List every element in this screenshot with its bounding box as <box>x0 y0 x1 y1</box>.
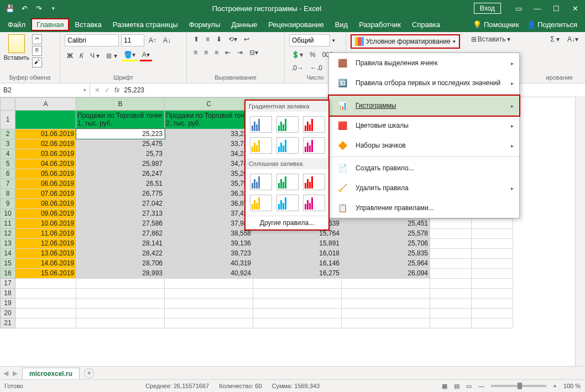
format-painter-icon[interactable]: 🖌 <box>32 58 42 67</box>
dec-decimal-icon[interactable]: ←.0 <box>308 63 325 73</box>
conditional-formatting-button[interactable]: Условное форматирование▾ <box>351 34 460 49</box>
databar-solid-purple[interactable] <box>303 195 325 211</box>
cell-value[interactable]: 26,247 <box>76 169 165 179</box>
cell-value[interactable]: 16,275 <box>253 268 342 278</box>
ribbon-options-icon[interactable]: ▭ <box>512 2 525 15</box>
databar-solid-red[interactable] <box>303 174 325 190</box>
font-color-button[interactable]: A▾ <box>140 50 152 61</box>
zoom-slider[interactable] <box>491 385 546 387</box>
minimize-icon[interactable]: — <box>531 2 544 15</box>
cell-value[interactable]: 38,558 <box>165 228 253 238</box>
align-left-icon[interactable]: ≡ <box>191 48 200 58</box>
orientation-icon[interactable]: ⟲▾ <box>226 34 239 44</box>
tab-developer[interactable]: Разработчик <box>353 18 406 31</box>
align-center-icon[interactable]: ≡ <box>202 48 210 58</box>
cell-value[interactable]: 27,313 <box>76 208 165 218</box>
cell-value[interactable]: 39,723 <box>165 248 253 258</box>
cell-value[interactable]: 36,329 <box>165 189 253 198</box>
databar-solid-green[interactable] <box>276 174 299 190</box>
bold-button[interactable]: Ж <box>65 51 75 61</box>
redo-icon[interactable]: ↷ <box>32 2 45 15</box>
name-box[interactable]: B2▾ <box>0 83 90 97</box>
paste-button[interactable]: Вставить <box>4 34 29 61</box>
decrease-font-icon[interactable]: A↓ <box>161 35 173 45</box>
cell-value[interactable]: 35,263 <box>165 169 253 179</box>
cell-value[interactable]: 16,146 <box>253 258 342 268</box>
tab-formulas[interactable]: Формулы <box>184 18 226 31</box>
save-icon[interactable]: 💾 <box>3 2 17 15</box>
cell-date[interactable]: 10.06.2019 <box>15 218 76 228</box>
zoom-out-icon[interactable]: — <box>478 383 484 389</box>
tab-help[interactable]: Справка <box>406 18 446 31</box>
databar-more-rules[interactable]: Другие правила... <box>246 216 328 229</box>
cell-value[interactable]: 26,51 <box>76 179 165 189</box>
cell-value[interactable]: 25,223 <box>76 129 165 139</box>
cell-value[interactable]: 28,422 <box>76 248 165 258</box>
cell-value[interactable]: 16,018 <box>253 248 342 258</box>
currency-icon[interactable]: 💲▾ <box>289 50 305 60</box>
cell-date[interactable]: 14.06.2019 <box>15 258 76 268</box>
autosum-icon[interactable]: Σ ▾ <box>548 34 562 44</box>
cell-value[interactable]: 25,73 <box>76 149 165 159</box>
tab-nav-prev-icon[interactable]: ◀ <box>3 369 8 377</box>
assistant-link[interactable]: 💡 Помощник <box>473 20 519 29</box>
cell-value[interactable]: 25,987 <box>76 159 165 169</box>
databar-gradient-blue[interactable] <box>250 116 272 133</box>
cell-date[interactable]: 12.06.2019 <box>15 238 76 248</box>
cell-value[interactable]: 34,228 <box>165 149 253 159</box>
menu-new-rule[interactable]: 📄Создать правило... <box>329 158 519 178</box>
menu-top-bottom-rules[interactable]: 🔟Правила отбора первых и последних значе… <box>329 73 519 93</box>
percent-icon[interactable]: % <box>307 50 318 60</box>
cell-date[interactable]: 15.06.2019 <box>15 268 76 278</box>
login-button[interactable]: Вход <box>474 3 501 14</box>
menu-data-bars[interactable]: 📊Гистограммы <box>329 96 519 116</box>
close-icon[interactable]: ✕ <box>568 2 582 15</box>
font-size-select[interactable] <box>121 34 144 46</box>
tab-file[interactable]: Файл <box>2 18 31 31</box>
zoom-in-icon[interactable]: + <box>553 383 556 389</box>
cell-value[interactable]: 27,586 <box>76 218 165 228</box>
menu-highlight-rules[interactable]: 🟫Правила выделения ячеек <box>329 53 519 73</box>
view-layout-icon[interactable]: ▤ <box>454 383 459 390</box>
fx-icon[interactable]: fx <box>114 86 119 94</box>
databar-gradient-lightblue[interactable] <box>276 137 299 154</box>
cell-date[interactable]: 08.06.2019 <box>15 198 76 208</box>
cell-value[interactable]: 25,964 <box>342 258 430 268</box>
cancel-formula-icon[interactable]: ✕ <box>95 86 100 94</box>
cell-date[interactable]: 02.06.2019 <box>15 139 76 149</box>
copy-icon[interactable]: ⎘ <box>32 46 42 56</box>
cell-value[interactable]: 34,742 <box>165 159 253 169</box>
cell-value[interactable]: 28,706 <box>76 258 165 268</box>
align-top-icon[interactable]: ⬆ <box>191 34 201 44</box>
cell-value[interactable]: 25,578 <box>342 228 430 238</box>
cell-date[interactable]: 04.06.2019 <box>15 159 76 169</box>
cell-value[interactable]: 26,094 <box>342 268 430 278</box>
databar-solid-lightblue[interactable] <box>276 195 299 211</box>
sort-filter-icon[interactable]: A↓▾ <box>565 34 581 44</box>
indent-inc-icon[interactable]: ⇥ <box>235 48 245 58</box>
cell-date[interactable]: 05.06.2019 <box>15 169 76 179</box>
formula-input[interactable]: 25,223 <box>124 86 144 94</box>
zoom-level[interactable]: 100 % <box>563 383 581 389</box>
view-break-icon[interactable]: ▭ <box>466 383 472 390</box>
underline-button[interactable]: Ч ▾ <box>88 51 102 61</box>
maximize-icon[interactable]: ☐ <box>550 2 563 15</box>
cell-date[interactable]: 07.06.2019 <box>15 189 76 198</box>
cell-value[interactable]: 33,722 <box>165 139 253 149</box>
cell-value[interactable]: 37,427 <box>165 208 253 218</box>
cut-icon[interactable]: ✂ <box>32 34 42 44</box>
tab-view[interactable]: Вид <box>330 18 354 31</box>
inc-decimal-icon[interactable]: .0→ <box>289 63 306 73</box>
cell-value[interactable]: 25,706 <box>342 238 430 248</box>
cell-date[interactable]: 13.06.2019 <box>15 248 76 258</box>
databar-gradient-purple[interactable] <box>303 137 325 154</box>
tab-review[interactable]: Рецензирование <box>263 18 329 31</box>
tab-data[interactable]: Данные <box>226 18 263 31</box>
sheet-tab[interactable]: microexcel.ru <box>22 368 80 379</box>
cell-value[interactable]: 39,136 <box>165 238 253 248</box>
insert-cells-button[interactable]: ⊞ Вставить ▾ <box>469 34 513 44</box>
cell-date[interactable]: 01.06.2019 <box>15 129 76 139</box>
enter-formula-icon[interactable]: ✓ <box>105 86 110 94</box>
tab-layout[interactable]: Разметка страницы <box>107 18 184 31</box>
databar-gradient-orange[interactable] <box>250 137 272 154</box>
